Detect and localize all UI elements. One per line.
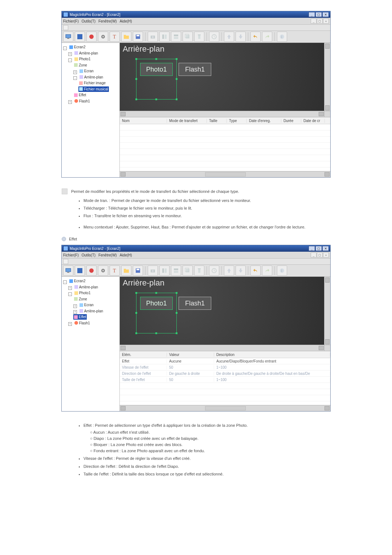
- tool-redo-icon[interactable]: [262, 266, 272, 276]
- table-row[interactable]: Direction de l'effet De gauche à droite …: [120, 370, 330, 377]
- col-transfer-mode[interactable]: Mode de transfert: [167, 119, 207, 123]
- tool-gear-icon[interactable]: [98, 32, 108, 42]
- mdi-close-button[interactable]: ×: [323, 252, 329, 258]
- expander-icon[interactable]: +: [68, 322, 72, 326]
- menu-help[interactable]: Aide(H): [120, 253, 132, 257]
- expander-icon[interactable]: -: [63, 280, 67, 284]
- mdi-minimize-button[interactable]: _: [311, 19, 317, 24]
- tool-monitor-icon[interactable]: [63, 32, 73, 42]
- tool-arrow-down-icon[interactable]: [236, 32, 246, 42]
- tool-camera-icon[interactable]: [148, 32, 158, 42]
- tool-arrow-up-icon[interactable]: [224, 32, 234, 42]
- tree-zone[interactable]: Zone: [79, 62, 87, 68]
- photo-box[interactable]: Photo1: [140, 297, 173, 310]
- expander-icon[interactable]: +: [73, 70, 77, 74]
- tool-info-icon[interactable]: i: [277, 32, 287, 42]
- mdi-restore-button[interactable]: ▢: [317, 19, 323, 24]
- tool-folder-icon[interactable]: [121, 266, 131, 276]
- canvas-stage[interactable]: Arrière-plan Photo1 Flash1: [120, 277, 324, 345]
- flash-box[interactable]: Flash1: [179, 297, 211, 310]
- tree-zone[interactable]: Zone: [79, 296, 87, 302]
- mdi-restore-button[interactable]: ▢: [317, 252, 323, 258]
- tree-photo1[interactable]: Photo1: [79, 290, 91, 296]
- col-regdate[interactable]: Date d'enreg.: [247, 119, 281, 123]
- tool-save-icon[interactable]: [133, 32, 143, 42]
- minimize-button[interactable]: _: [309, 246, 315, 251]
- tool-folder-icon[interactable]: [121, 32, 131, 42]
- col-duration[interactable]: Durée: [281, 119, 301, 123]
- tree-panel[interactable]: - Ecran2 + Arrière-plan - Photo1 Zone + …: [62, 277, 120, 411]
- tree-root[interactable]: Ecran2: [74, 278, 86, 284]
- tree-photo1[interactable]: Photo1: [79, 56, 91, 62]
- title-bar[interactable]: MagicInfoPro Ecran2 - [Ecran2] _ ▢ ✕: [62, 245, 330, 252]
- grid-horizontal-scrollbar[interactable]: [120, 171, 330, 177]
- cell-value[interactable]: De gauche à droite: [167, 372, 214, 376]
- mdi-minimize-button[interactable]: _: [311, 252, 317, 258]
- horizontal-scrollbar[interactable]: [120, 111, 324, 117]
- menu-window[interactable]: Fenêtre(W): [98, 253, 117, 257]
- tool-arrow-up-icon[interactable]: [224, 266, 234, 276]
- expander-icon[interactable]: +: [73, 310, 77, 314]
- tree-root[interactable]: Ecran2: [74, 44, 86, 50]
- tool-gear-icon[interactable]: [98, 266, 108, 276]
- tool-align2-icon[interactable]: [171, 266, 181, 276]
- table-row[interactable]: Vitesse de l'effet 50 1~100: [120, 364, 330, 370]
- tool-align2-icon[interactable]: [171, 32, 181, 42]
- grid-body[interactable]: [120, 124, 330, 171]
- grid-horizontal-scrollbar[interactable]: [120, 405, 330, 411]
- menu-window[interactable]: Fenêtre(W): [98, 19, 117, 23]
- flash-box[interactable]: Flash1: [179, 63, 211, 76]
- tool-monitor-icon[interactable]: [63, 266, 73, 276]
- expander-icon[interactable]: +: [68, 52, 72, 56]
- maximize-button[interactable]: ▢: [315, 12, 322, 17]
- col-elem[interactable]: Elém.: [120, 353, 167, 357]
- tool-text-icon[interactable]: T: [110, 266, 120, 276]
- tree-bg[interactable]: Arrière-plan: [79, 284, 98, 290]
- tree-bg[interactable]: Arrière-plan: [79, 50, 98, 56]
- table-row[interactable]: Taille de l'effet 50 1~100: [120, 377, 330, 383]
- tool-redo-icon[interactable]: [262, 32, 272, 42]
- grid-body[interactable]: Effet Aucune Aucune/Diapo/Bloquer/Fondu …: [120, 358, 330, 405]
- tree-flash[interactable]: Flash1: [79, 320, 90, 326]
- tree-ecran[interactable]: Ecran: [84, 302, 94, 308]
- col-crdate[interactable]: Date de cr: [301, 119, 325, 123]
- tree-music-selected[interactable]: Fichier musical: [84, 86, 108, 92]
- tool-screen-icon[interactable]: [75, 266, 85, 276]
- close-button[interactable]: ✕: [322, 12, 329, 17]
- tree-ecran[interactable]: Ecran: [84, 68, 94, 74]
- tool-undo-icon[interactable]: [250, 266, 261, 276]
- title-bar[interactable]: MagicInfoPro Ecran2 - [Ecran2] _ ▢ ✕: [62, 11, 330, 18]
- expander-icon[interactable]: -: [68, 58, 72, 62]
- vertical-scrollbar[interactable]: [324, 43, 330, 111]
- tool-time-icon[interactable]: [209, 32, 219, 42]
- col-value[interactable]: Valeur: [167, 353, 214, 357]
- cell-value[interactable]: 50: [167, 365, 214, 369]
- tool-info-icon[interactable]: i: [277, 266, 287, 276]
- canvas-stage[interactable]: Arrière-plan Photo1 Flash1: [120, 43, 324, 111]
- tool-save-icon[interactable]: [133, 266, 143, 276]
- photo-box[interactable]: Photo1: [140, 63, 173, 76]
- tool-red-icon[interactable]: [86, 32, 97, 42]
- tool-time-icon[interactable]: [209, 266, 219, 276]
- menu-file[interactable]: Fichier(F): [63, 253, 79, 257]
- tool-delete-icon[interactable]: [194, 266, 204, 276]
- menu-tools[interactable]: Outils(T): [82, 19, 95, 23]
- tool-camera-icon[interactable]: [148, 266, 158, 276]
- close-button[interactable]: ✕: [322, 246, 329, 251]
- tool-arrow-down-icon[interactable]: [236, 266, 246, 276]
- expander-icon[interactable]: +: [68, 286, 72, 290]
- tool-align1-icon[interactable]: [159, 266, 170, 276]
- col-name[interactable]: Nom: [120, 119, 167, 123]
- tree-panel[interactable]: - Ecran2 + Arrière-plan - Photo1 Zone + …: [62, 43, 120, 177]
- tool-delete-icon[interactable]: [194, 32, 204, 42]
- tree-img[interactable]: Fichier image: [84, 80, 106, 86]
- tool-red-icon[interactable]: [86, 266, 97, 276]
- expander-icon[interactable]: -: [68, 292, 72, 296]
- col-type[interactable]: Type: [227, 119, 247, 123]
- mdi-close-button[interactable]: ×: [323, 19, 329, 24]
- vertical-scrollbar[interactable]: [324, 277, 330, 345]
- tool-align1-icon[interactable]: [159, 32, 170, 42]
- tool-text-icon[interactable]: T: [110, 32, 120, 42]
- tool-align3-icon[interactable]: [183, 32, 193, 42]
- expander-icon[interactable]: +: [68, 100, 72, 104]
